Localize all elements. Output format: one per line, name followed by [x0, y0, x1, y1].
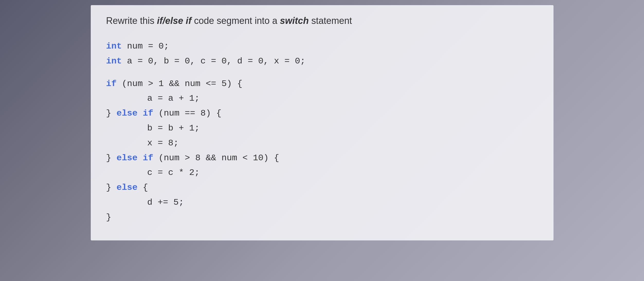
- code-block: int num = 0; int a = 0, b = 0, c = 0, d …: [106, 39, 538, 225]
- code-line-12: }: [106, 210, 538, 225]
- code-line-4: a = a + 1;: [106, 91, 538, 106]
- prompt-highlight2: switch: [280, 15, 309, 26]
- code-line-2: int a = 0, b = 0, c = 0, d = 0, x = 0;: [106, 54, 538, 69]
- keyword-else-3: else: [116, 183, 138, 192]
- code-line-8: } else if (num > 8 && num < 10) {: [106, 151, 538, 166]
- keyword-if-2: if: [143, 108, 153, 118]
- prompt-prefix: Rewrite this: [106, 15, 157, 26]
- prompt-middle: code segment into a: [192, 15, 280, 26]
- content-area: Rewrite this if/else if code segment int…: [91, 5, 554, 240]
- prompt-text: Rewrite this if/else if code segment int…: [106, 15, 538, 26]
- code-line-7: x = 8;: [106, 136, 538, 151]
- keyword-int-1: int: [106, 41, 122, 51]
- code-line-10: } else {: [106, 180, 538, 195]
- code-line-9: c = c * 2;: [106, 165, 538, 180]
- keyword-else-1: else: [116, 108, 138, 118]
- code-line-6: b = b + 1;: [106, 121, 538, 136]
- code-line-5: } else if (num == 8) {: [106, 106, 538, 121]
- prompt-suffix: statement: [309, 15, 352, 26]
- keyword-else-2: else: [116, 153, 138, 163]
- keyword-int-2: int: [106, 56, 122, 66]
- code-line-1: int num = 0;: [106, 39, 538, 54]
- keyword-if-3: if: [143, 153, 153, 163]
- keyword-if-1: if: [106, 79, 117, 89]
- spacer-1: [106, 69, 538, 77]
- code-line-11: d += 5;: [106, 195, 538, 210]
- prompt-highlight1: if/else if: [157, 15, 192, 26]
- code-line-3: if (num > 1 && num <= 5) {: [106, 77, 538, 91]
